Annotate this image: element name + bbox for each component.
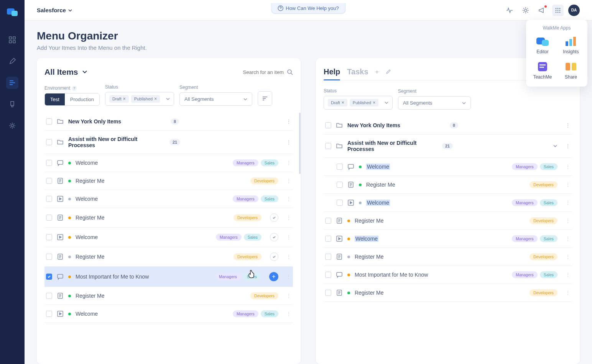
drag-handle-icon[interactable]: ⋮: [286, 118, 291, 125]
folder-row[interactable]: Assist with New or Difficult Processes21…: [44, 131, 293, 154]
checkbox[interactable]: [325, 218, 331, 224]
list-item[interactable]: WelcomeManagersSales⋮: [44, 190, 293, 208]
checkbox[interactable]: [46, 234, 52, 240]
drag-handle-icon[interactable]: ⋮: [286, 234, 291, 240]
drag-handle-icon[interactable]: ⋮: [565, 218, 571, 224]
add-button[interactable]: +: [269, 272, 278, 281]
list-item[interactable]: WelcomeManagersSales⋮: [44, 305, 293, 323]
drag-handle-icon[interactable]: ⋮: [565, 254, 571, 260]
list-item[interactable]: WelcomeManagersSales⋮: [324, 158, 572, 176]
status-pill-draft[interactable]: Draft×: [109, 95, 129, 103]
drag-handle-icon[interactable]: ⋮: [565, 200, 571, 206]
app-teachme[interactable]: TeachMe: [530, 61, 555, 80]
drag-handle-icon[interactable]: ⋮: [565, 290, 571, 296]
folder-row[interactable]: New York Only Items8⋮: [324, 116, 572, 134]
list-item[interactable]: Register MeDevelopers⋮: [324, 248, 572, 266]
env-test-button[interactable]: Test: [45, 93, 65, 105]
checkbox[interactable]: [46, 274, 52, 280]
nav-edit-icon[interactable]: [6, 55, 18, 67]
drag-handle-icon[interactable]: ⋮: [565, 182, 571, 188]
app-editor[interactable]: Editor: [530, 36, 555, 54]
drag-handle-icon[interactable]: ⋮: [286, 311, 291, 317]
list-item[interactable]: WelcomeManagersSales⋮: [44, 154, 293, 172]
drag-handle-icon[interactable]: ⋮: [565, 143, 571, 149]
check-circle-icon[interactable]: [270, 253, 278, 261]
checkbox[interactable]: [325, 143, 331, 149]
checkbox[interactable]: [325, 236, 331, 242]
sort-button[interactable]: [258, 91, 272, 106]
drag-handle-icon[interactable]: ⋮: [565, 236, 571, 242]
tab-help[interactable]: Help: [324, 67, 340, 80]
list-item[interactable]: WelcomeManagersSales⋮: [324, 230, 572, 248]
gear-icon[interactable]: [520, 5, 531, 16]
checkbox[interactable]: [46, 215, 52, 221]
megaphone-icon[interactable]: [536, 5, 548, 16]
folder-row[interactable]: Assist with New or Difficult Processes21…: [324, 134, 572, 158]
folder-row[interactable]: New York Only Items8⋮: [44, 113, 293, 131]
user-avatar[interactable]: DA: [568, 5, 580, 16]
tab-tasks[interactable]: Tasks: [347, 67, 368, 80]
check-circle-icon[interactable]: [270, 213, 278, 222]
checkbox[interactable]: [46, 139, 52, 145]
search-field[interactable]: [219, 69, 284, 75]
segment-select[interactable]: All Segments: [179, 92, 252, 106]
drag-handle-icon[interactable]: ⋮: [565, 164, 571, 170]
list-item[interactable]: Register MeDevelopers⋮: [324, 176, 572, 194]
drag-handle-icon[interactable]: ⋮: [286, 178, 291, 184]
drag-handle-icon[interactable]: ⋮: [565, 272, 571, 278]
r-status-select[interactable]: Draft× Published×: [324, 96, 393, 110]
checkbox[interactable]: [325, 272, 331, 278]
checkbox[interactable]: [46, 160, 52, 166]
drag-handle-icon[interactable]: ⋮: [286, 139, 291, 145]
drag-handle-icon[interactable]: ⋮: [286, 196, 291, 202]
status-select[interactable]: Draft× Published×: [105, 92, 174, 106]
drag-handle-icon[interactable]: ⋮: [286, 160, 291, 166]
status-pill-published[interactable]: Published×: [131, 95, 160, 103]
list-item[interactable]: WelcomeManagersSales⋮: [44, 228, 293, 247]
env-prod-button[interactable]: Production: [65, 93, 99, 105]
apps-grid-icon[interactable]: [552, 5, 564, 16]
checkbox[interactable]: [337, 200, 343, 206]
app-selector[interactable]: Salesforce: [37, 7, 72, 13]
app-share[interactable]: Share: [558, 61, 584, 80]
nav-dashboard-icon[interactable]: [6, 34, 18, 46]
nav-settings-icon[interactable]: [6, 120, 18, 132]
drag-handle-icon[interactable]: ⋮: [286, 215, 291, 221]
tab-edit-icon[interactable]: [386, 69, 391, 78]
checkbox[interactable]: [325, 254, 331, 260]
tab-add-button[interactable]: +: [375, 69, 379, 79]
help-pill[interactable]: How Can We Help you?: [271, 3, 345, 14]
checkbox[interactable]: [337, 164, 343, 170]
list-item[interactable]: Register MeDevelopers⋮: [44, 208, 293, 228]
checkbox[interactable]: [46, 293, 52, 299]
checkbox[interactable]: [337, 182, 343, 188]
list-item[interactable]: Register MeDevelopers⋮: [324, 212, 572, 230]
drag-handle-icon[interactable]: ⋮: [286, 274, 291, 280]
nav-brush-icon[interactable]: [6, 98, 18, 110]
list-item[interactable]: Most Important for Me to KnowManagersSal…: [44, 267, 293, 287]
list-item[interactable]: Register MeDevelopers⋮: [44, 247, 293, 267]
drag-handle-icon[interactable]: ⋮: [286, 293, 291, 299]
chevron-down-icon[interactable]: [553, 144, 557, 148]
checkbox[interactable]: [325, 122, 331, 128]
list-item[interactable]: Most Important for Me to KnowManagersSal…: [324, 266, 572, 284]
list-item[interactable]: WelcomeManagersSales⋮: [324, 194, 572, 212]
list-item[interactable]: Register MeDevelopers⋮: [44, 172, 293, 190]
all-items-title[interactable]: All Items: [44, 67, 87, 77]
r-segment-select[interactable]: All Segments: [398, 96, 471, 110]
nav-menu-icon[interactable]: [6, 77, 18, 89]
drag-handle-icon[interactable]: ⋮: [286, 254, 291, 260]
checkbox[interactable]: [325, 290, 331, 296]
checkbox[interactable]: [46, 118, 52, 125]
drag-handle-icon[interactable]: ⋮: [565, 122, 571, 128]
r-status-pill-published[interactable]: Published×: [350, 99, 378, 107]
check-circle-icon[interactable]: [270, 233, 278, 241]
search-input[interactable]: [219, 69, 293, 75]
checkbox[interactable]: [46, 311, 52, 317]
app-insights[interactable]: Insights: [558, 36, 584, 54]
list-item[interactable]: Register MeDevelopers⋮: [324, 284, 572, 302]
activity-icon[interactable]: [504, 5, 515, 16]
checkbox[interactable]: [46, 196, 52, 202]
list-item[interactable]: Register MeDevelopers⋮: [44, 287, 293, 305]
scrollbar[interactable]: [299, 113, 301, 174]
